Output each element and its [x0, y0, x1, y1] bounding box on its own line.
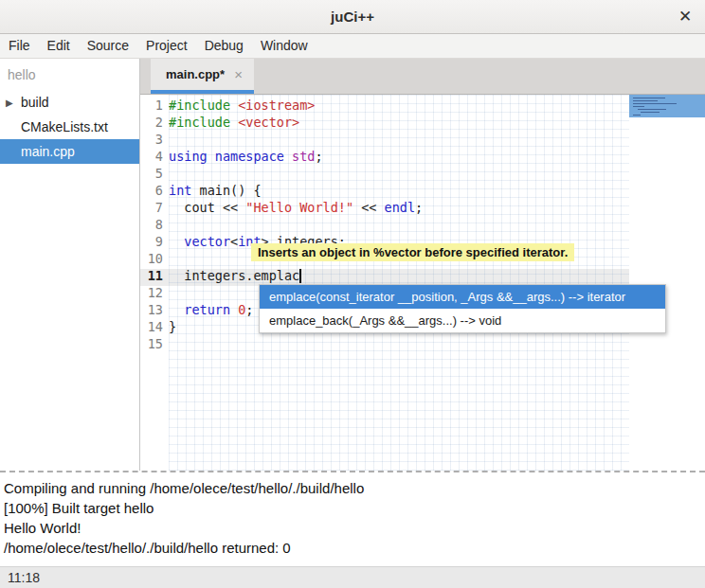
- menu-window[interactable]: Window: [252, 34, 316, 58]
- completion-popup[interactable]: emplace(const_iterator __position, _Args…: [259, 284, 666, 333]
- minimap-code-preview: [638, 109, 666, 110]
- tab-label: main.cpp*: [166, 67, 225, 81]
- output-line: [100%] Built target hello: [4, 498, 701, 518]
- minimap-code-preview: [633, 115, 641, 116]
- line-number: 2: [140, 114, 169, 131]
- editor-column: main.cpp* × 123456789101112131415 #inclu…: [140, 59, 705, 471]
- window-title: juCi++: [331, 9, 374, 25]
- minimap-viewport[interactable]: [629, 95, 705, 117]
- app-window: juCi++ ✕ FileEditSourceProjectDebugWindo…: [0, 0, 705, 588]
- completion-item[interactable]: emplace_back(_Args &&__args...) --> void: [260, 309, 665, 332]
- file-tree-sidebar: hello ▶buildCMakeLists.txtmain.cpp: [0, 59, 140, 471]
- main-area: hello ▶buildCMakeLists.txtmain.cpp main.…: [0, 59, 705, 471]
- minimap[interactable]: [629, 95, 705, 471]
- code-token: [169, 234, 184, 249]
- code-content[interactable]: #include <iostream>#include <vector>usin…: [169, 95, 629, 471]
- line-number: 1: [140, 97, 169, 114]
- code-line[interactable]: #include <vector>: [169, 114, 629, 131]
- code-token: vector: [184, 234, 230, 249]
- title-bar[interactable]: juCi++ ✕: [0, 0, 705, 34]
- code-token: integers.emplac: [169, 268, 299, 283]
- minimap-code-preview: [633, 106, 644, 107]
- status-time: 11:18: [8, 570, 40, 585]
- text-cursor: [299, 269, 301, 283]
- line-number: 12: [140, 284, 169, 301]
- file-tree: ▶buildCMakeLists.txtmain.cpp: [0, 90, 139, 164]
- doc-tooltip: Inserts an object in %vector before spec…: [251, 243, 574, 261]
- tree-item-main-cpp[interactable]: main.cpp: [0, 139, 139, 164]
- code-token: std: [292, 149, 315, 164]
- tab-main-cpp[interactable]: main.cpp* ×: [151, 59, 254, 94]
- code-token: [169, 302, 184, 317]
- line-number: 9: [140, 233, 169, 250]
- editor[interactable]: 123456789101112131415 #include <iostream…: [140, 95, 705, 471]
- menu-file[interactable]: File: [0, 34, 39, 58]
- expander-icon[interactable]: ▶: [6, 98, 19, 108]
- code-token: #include: [169, 98, 238, 113]
- menubar: FileEditSourceProjectDebugWindow: [0, 34, 705, 59]
- code-line[interactable]: [169, 335, 629, 352]
- output-panel[interactable]: Compiling and running /home/olece/test/h…: [0, 475, 705, 566]
- code-token: }: [169, 319, 176, 334]
- code-line[interactable]: [169, 131, 629, 148]
- project-name-label: hello: [0, 59, 139, 90]
- line-number: 4: [140, 148, 169, 165]
- line-number: 13: [140, 301, 169, 318]
- code-token: <: [230, 234, 238, 249]
- menu-edit[interactable]: Edit: [39, 34, 79, 58]
- code-token: "Hello World!": [245, 200, 353, 215]
- minimap-code-preview: [633, 103, 677, 104]
- code-line[interactable]: integers.emplac: [169, 267, 629, 284]
- code-line[interactable]: #include <iostream>: [169, 97, 629, 114]
- status-bar: 11:18: [0, 566, 705, 588]
- tree-item-label: build: [21, 95, 49, 110]
- line-number: 15: [140, 335, 169, 352]
- code-token: main() {: [191, 183, 261, 198]
- tree-item-label: CMakeLists.txt: [21, 119, 108, 134]
- code-token: ;: [315, 149, 322, 164]
- completion-item[interactable]: emplace(const_iterator __position, _Args…: [260, 285, 665, 309]
- menu-debug[interactable]: Debug: [196, 34, 252, 58]
- menu-source[interactable]: Source: [79, 34, 137, 58]
- code-line[interactable]: [169, 165, 629, 182]
- tree-item-build[interactable]: ▶build: [0, 90, 139, 115]
- code-line[interactable]: cout << "Hello World!" << endl;: [169, 199, 629, 216]
- code-token: return: [184, 302, 238, 317]
- code-token: int: [169, 183, 191, 198]
- tab-bar: main.cpp* ×: [140, 59, 705, 95]
- line-number: 10: [140, 250, 169, 267]
- minimap-code-preview: [633, 98, 665, 98]
- line-number: 8: [140, 216, 169, 233]
- line-number: 14: [140, 318, 169, 335]
- line-number: 7: [140, 199, 169, 216]
- minimap-code-preview: [641, 112, 660, 113]
- code-token: ;: [245, 302, 253, 317]
- line-number: 5: [140, 165, 169, 182]
- tree-item-cmakelists-txt[interactable]: CMakeLists.txt: [0, 115, 139, 139]
- line-number: 3: [140, 131, 169, 148]
- minimap-code-preview: [633, 100, 658, 101]
- code-token: #include: [169, 115, 238, 130]
- code-token: <vector>: [238, 115, 299, 130]
- code-token: using namespace: [169, 149, 292, 164]
- code-token: <<: [353, 200, 385, 215]
- tab-close-icon[interactable]: ×: [234, 68, 243, 80]
- window-close-icon[interactable]: ✕: [675, 7, 696, 27]
- tree-item-label: main.cpp: [21, 144, 75, 159]
- code-line[interactable]: [169, 216, 629, 233]
- menu-project[interactable]: Project: [137, 34, 196, 58]
- code-line[interactable]: int main() {: [169, 182, 629, 199]
- code-token: ;: [415, 200, 423, 215]
- output-line: /home/olece/test/hello/./build/hello ret…: [4, 538, 701, 558]
- line-number-gutter: 123456789101112131415: [140, 95, 169, 471]
- code-token: cout <<: [169, 200, 245, 215]
- line-number: 11: [140, 267, 169, 284]
- line-number: 6: [140, 182, 169, 199]
- code-token: endl: [385, 200, 416, 215]
- code-line[interactable]: using namespace std;: [169, 148, 629, 165]
- output-line: Hello World!: [4, 518, 701, 538]
- code-token: <iostream>: [238, 98, 315, 113]
- output-line: Compiling and running /home/olece/test/h…: [4, 478, 701, 498]
